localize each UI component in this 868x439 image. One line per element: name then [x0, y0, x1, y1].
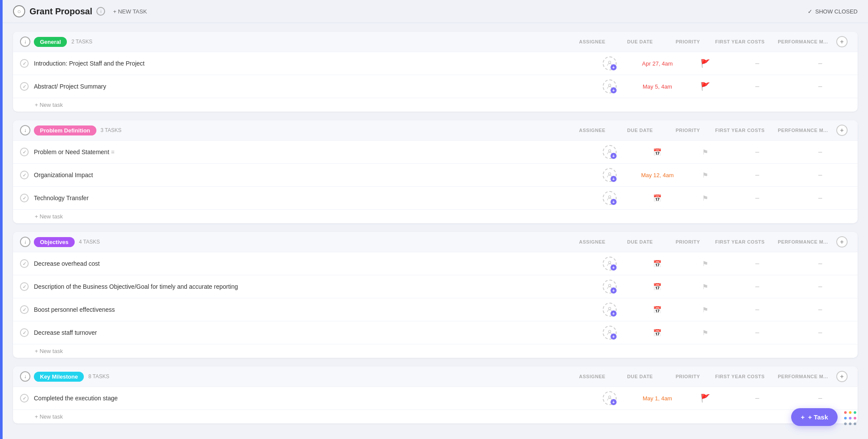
toggle-icon: ↓	[24, 239, 26, 245]
avatar-plus-icon[interactable]: +	[611, 310, 617, 317]
col-firstyear: FIRST YEAR COSTS	[707, 39, 772, 44]
add-column-button[interactable]: +	[836, 371, 848, 382]
col-assignee: ASSIGNEE	[573, 128, 612, 133]
due-date-cell[interactable]: 📅	[629, 194, 686, 202]
collapse-toggle[interactable]: ○	[13, 5, 25, 17]
col-performance: PERFORMANCE M...	[772, 374, 833, 379]
due-date-cell[interactable]: Apr 27, 4am	[629, 60, 686, 67]
left-accent-bar	[0, 0, 3, 439]
task-checkbox[interactable]: ✓	[20, 82, 29, 91]
priority-cell[interactable]: ⚑	[686, 148, 725, 156]
priority-cell[interactable]: 🚩	[686, 82, 725, 91]
avatar-plus-icon[interactable]: +	[611, 153, 617, 159]
new-task-link[interactable]: + New task	[13, 344, 858, 358]
avatar-plus-icon[interactable]: +	[611, 264, 617, 271]
svg-point-9	[608, 396, 611, 398]
task-name[interactable]: Decrease overhead cost	[34, 260, 590, 267]
due-date-cell[interactable]: 📅	[629, 260, 686, 268]
task-name[interactable]: Decrease staff turnover	[34, 329, 590, 336]
due-date-cell[interactable]: May 5, 4am	[629, 83, 686, 90]
task-name[interactable]: Technology Transfer	[34, 195, 590, 201]
task-checkbox[interactable]: ✓	[20, 328, 29, 337]
task-name[interactable]: Completed the execution stage	[34, 395, 590, 402]
avatar-plus-icon[interactable]: +	[611, 287, 617, 294]
priority-cell[interactable]: ⚑	[686, 260, 725, 268]
priority-cell[interactable]: ⚑	[686, 171, 725, 179]
priority-cell[interactable]: 🚩	[686, 59, 725, 68]
svg-point-2	[608, 150, 611, 152]
col-duedate: DUE DATE	[612, 374, 668, 379]
due-date-cell[interactable]: 📅	[629, 329, 686, 337]
avatar[interactable]: +	[603, 168, 617, 182]
task-name[interactable]: Problem or Need Statement	[34, 149, 590, 155]
task-checkbox[interactable]: ✓	[20, 148, 29, 156]
dots-grid-icon[interactable]	[844, 410, 859, 426]
avatar-plus-icon[interactable]: +	[611, 399, 617, 405]
priority-cell[interactable]: ⚑	[686, 194, 725, 202]
col-firstyear: FIRST YEAR COSTS	[707, 239, 772, 244]
avatar[interactable]: +	[603, 303, 617, 317]
section-task-count-problem-definition: 3 TASKS	[101, 127, 573, 133]
new-task-link[interactable]: + New task	[13, 210, 858, 223]
performance-cell: –	[790, 83, 851, 90]
flag-gray-icon: ⚑	[702, 329, 708, 337]
new-task-link[interactable]: + New task	[13, 98, 858, 112]
priority-cell[interactable]: ⚑	[686, 329, 725, 337]
task-checkbox[interactable]: ✓	[20, 394, 29, 403]
avatar-plus-icon[interactable]: +	[611, 64, 617, 70]
avatar[interactable]: +	[603, 280, 617, 294]
task-name[interactable]: Introduction: Project Staff and the Proj…	[34, 60, 590, 67]
task-name[interactable]: Organizational Impact	[34, 172, 590, 178]
new-task-link[interactable]: + New task	[13, 410, 858, 423]
task-name[interactable]: Description of the Business Objective/Go…	[34, 283, 590, 290]
info-icon[interactable]: i	[96, 7, 105, 16]
due-date-cell[interactable]: 📅	[629, 306, 686, 314]
section-toggle-general[interactable]: ↓	[20, 36, 30, 47]
add-column-button[interactable]: +	[836, 236, 848, 248]
avatar-plus-icon[interactable]: +	[611, 87, 617, 93]
section-toggle-problem-definition[interactable]: ↓	[20, 125, 30, 135]
task-name[interactable]: Boost personnel effectiveness	[34, 306, 590, 313]
avatar[interactable]: +	[603, 391, 617, 405]
task-checkbox[interactable]: ✓	[20, 194, 29, 202]
task-name[interactable]: Abstract/ Project Summary	[34, 83, 590, 90]
add-task-float-button[interactable]: + + Task	[791, 408, 838, 426]
section-toggle-key-milestone[interactable]: ↓	[20, 371, 30, 382]
section-header-problem-definition: ↓ Problem Definition 3 TASKS ASSIGNEE DU…	[13, 120, 858, 141]
task-checkbox[interactable]: ✓	[20, 171, 29, 179]
priority-cell[interactable]: ⚑	[686, 306, 725, 314]
header: ○ Grant Proposal i + NEW TASK ✓ SHOW CLO…	[3, 0, 868, 23]
avatar-plus-icon[interactable]: +	[611, 176, 617, 182]
add-column-button[interactable]: +	[836, 36, 848, 47]
dot-6	[844, 422, 847, 425]
section-toggle-objectives[interactable]: ↓	[20, 237, 30, 247]
section-task-count-general: 2 TASKS	[71, 39, 573, 45]
avatar[interactable]: +	[603, 145, 617, 159]
priority-cell[interactable]: ⚑	[686, 283, 725, 291]
new-task-button[interactable]: + NEW TASK	[109, 7, 150, 17]
task-checkbox[interactable]: ✓	[20, 305, 29, 314]
due-date-cell[interactable]: 📅	[629, 148, 686, 156]
avatar[interactable]: +	[603, 326, 617, 340]
flag-yellow-icon: 🚩	[700, 82, 710, 91]
performance-cell: –	[790, 283, 851, 290]
task-checkbox[interactable]: ✓	[20, 282, 29, 291]
task-checkbox[interactable]: ✓	[20, 259, 29, 268]
avatar[interactable]: +	[603, 257, 617, 271]
svg-point-7	[608, 307, 611, 310]
avatar-plus-icon[interactable]: +	[611, 199, 617, 205]
avatar[interactable]: +	[603, 191, 617, 205]
due-date-cell[interactable]: May 12, 4am	[629, 172, 686, 178]
avatar[interactable]: +	[603, 79, 617, 93]
avatar[interactable]: +	[603, 56, 617, 70]
show-closed-button[interactable]: ✓ SHOW CLOSED	[808, 8, 858, 15]
col-assignee: ASSIGNEE	[573, 374, 612, 379]
due-date-cell[interactable]: May 1, 4am	[629, 395, 686, 402]
col-add: +	[833, 236, 851, 248]
add-column-button[interactable]: +	[836, 125, 848, 136]
task-checkbox[interactable]: ✓	[20, 59, 29, 68]
avatar-plus-icon[interactable]: +	[611, 333, 617, 340]
due-date-cell[interactable]: 📅	[629, 283, 686, 291]
priority-cell[interactable]: 🚩	[686, 393, 725, 403]
section-problem-definition: ↓ Problem Definition 3 TASKS ASSIGNEE DU…	[13, 120, 858, 223]
